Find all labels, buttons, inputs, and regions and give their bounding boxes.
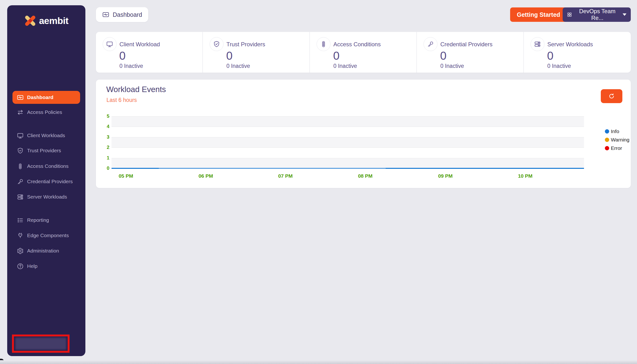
sidebar-item-access-policies[interactable]: Access Policies — [12, 106, 80, 119]
sidebar-item-label: Dashboard — [27, 94, 54, 100]
x-tick: 07 PM — [274, 173, 296, 179]
sidebar-item-label: Help — [27, 263, 38, 269]
stat-inactive-count: 0 Inactive — [547, 63, 571, 69]
swap-arrows-icon — [17, 109, 24, 116]
shield-check-icon — [213, 40, 220, 48]
stat-card-credential-providers[interactable]: Credential Providers 0 0 Inactive — [417, 32, 524, 73]
y-tick: 3 — [99, 134, 109, 140]
sidebar-item-client-workloads[interactable]: Client Workloads — [12, 129, 80, 142]
sidebar: aembit Dashboard Access Policies Client … — [7, 5, 86, 356]
sidebar-item-server-workloads[interactable]: Server Workloads — [12, 190, 80, 203]
sidebar-item-credential-providers[interactable]: Credential Providers — [12, 175, 80, 188]
stats-row: Client Workload 0 0 Inactive Trust Provi… — [96, 32, 631, 73]
stat-value: 0 — [119, 49, 126, 62]
y-tick: 0 — [99, 166, 109, 171]
stat-title: Server Workloads — [547, 41, 593, 48]
sidebar-item-label: Access Policies — [27, 109, 62, 115]
stat-title: Client Workload — [120, 41, 160, 48]
legend-item-warning[interactable]: Warning — [605, 137, 629, 143]
refresh-button[interactable] — [601, 89, 622, 103]
sidebar-item-label: Server Workloads — [27, 194, 67, 200]
sidebar-item-label: Credential Providers — [27, 179, 73, 184]
gear-icon — [17, 248, 24, 254]
sidebar-item-label: Edge Components — [27, 232, 69, 238]
stat-card-client-workload[interactable]: Client Workload 0 0 Inactive — [96, 32, 203, 73]
x-tick: 09 PM — [434, 173, 456, 179]
x-tick: 10 PM — [514, 173, 536, 179]
legend-item-info[interactable]: Info — [605, 128, 629, 134]
info-dot-icon — [605, 129, 609, 134]
traffic-light-icon — [320, 40, 327, 48]
getting-started-button[interactable]: Getting Started — [510, 8, 567, 22]
tenant-label: DevOps Team Re... — [575, 8, 619, 21]
plug-icon — [17, 232, 24, 239]
x-tick: 08 PM — [354, 173, 376, 179]
grid-icon — [567, 12, 572, 18]
dashboard-icon — [102, 11, 109, 18]
aembit-logo: aembit — [7, 15, 86, 26]
error-dot-icon — [605, 146, 609, 150]
y-tick: 1 — [99, 155, 109, 161]
stat-card-trust-providers[interactable]: Trust Providers 0 0 Inactive — [203, 32, 310, 73]
server-stack-icon — [534, 40, 541, 48]
help-icon — [17, 263, 24, 270]
stat-inactive-count: 0 Inactive — [120, 63, 143, 69]
sidebar-item-help[interactable]: Help — [12, 260, 80, 273]
window-bottom-edge — [0, 360, 637, 364]
sidebar-item-access-conditions[interactable]: Access Conditions — [12, 160, 80, 173]
sidebar-item-trust-providers[interactable]: Trust Providers — [12, 144, 80, 157]
y-tick: 4 — [99, 124, 109, 129]
monitor-icon — [106, 40, 113, 48]
aembit-logo-icon — [24, 15, 36, 26]
chevron-down-icon — [622, 14, 626, 16]
sidebar-item-label: Access Conditions — [27, 163, 68, 169]
sidebar-item-administration[interactable]: Administration — [12, 244, 80, 257]
sidebar-item-label: Reporting — [27, 217, 49, 223]
sidebar-item-reporting[interactable]: Reporting — [12, 214, 80, 226]
x-tick: 05 PM — [115, 173, 137, 179]
stat-inactive-count: 0 Inactive — [440, 63, 464, 69]
annotation-highlight-box — [12, 334, 70, 353]
shield-check-icon — [17, 147, 24, 154]
aembit-dashboard-page: aembit Dashboard Access Policies Client … — [0, 0, 637, 364]
sidebar-item-dashboard[interactable]: Dashboard — [12, 91, 80, 104]
legend-item-error[interactable]: Error — [605, 145, 629, 151]
breadcrumb[interactable]: Dashboard — [96, 7, 148, 22]
sidebar-item-label: Administration — [27, 248, 59, 254]
traffic-light-icon — [17, 163, 24, 170]
breadcrumb-label: Dashboard — [113, 11, 142, 18]
key-icon — [427, 40, 434, 48]
workload-events-card: Workload Events Last 6 hours 5 4 3 2 1 0… — [96, 80, 631, 188]
server-stack-icon — [17, 194, 24, 200]
list-icon — [17, 217, 24, 224]
y-tick: 2 — [99, 144, 109, 150]
stat-inactive-count: 0 Inactive — [226, 63, 250, 69]
legend-label: Warning — [611, 137, 629, 143]
chart-time-range: Last 6 hours — [106, 97, 137, 103]
dashboard-icon — [17, 94, 24, 101]
chart-legend: Info Warning Error — [605, 128, 629, 151]
tenant-selector-button[interactable]: DevOps Team Re... — [563, 8, 631, 22]
brand-name: aembit — [39, 16, 68, 26]
chart-plot-area — [112, 116, 584, 168]
getting-started-label: Getting Started — [517, 11, 560, 18]
stat-card-server-workloads[interactable]: Server Workloads 0 0 Inactive — [524, 32, 631, 73]
chart-title: Workload Events — [106, 85, 166, 94]
legend-label: Info — [611, 128, 619, 134]
key-icon — [17, 178, 24, 185]
stat-title: Credential Providers — [440, 41, 492, 48]
x-tick: 06 PM — [195, 173, 216, 179]
sidebar-item-label: Client Workloads — [27, 132, 65, 138]
sidebar-item-edge-components[interactable]: Edge Components — [12, 229, 80, 242]
stat-title: Trust Providers — [226, 41, 265, 48]
legend-label: Error — [611, 145, 622, 151]
refresh-icon — [608, 93, 615, 100]
info-series-line — [112, 168, 584, 169]
redacted-account-chip[interactable] — [15, 338, 66, 350]
sidebar-item-label: Trust Providers — [27, 148, 61, 154]
stat-card-access-conditions[interactable]: Access Conditions 0 0 Inactive — [310, 32, 417, 73]
stat-inactive-count: 0 Inactive — [333, 63, 357, 69]
stat-value: 0 — [226, 49, 233, 62]
warning-dot-icon — [605, 138, 609, 142]
y-tick: 5 — [99, 114, 109, 119]
